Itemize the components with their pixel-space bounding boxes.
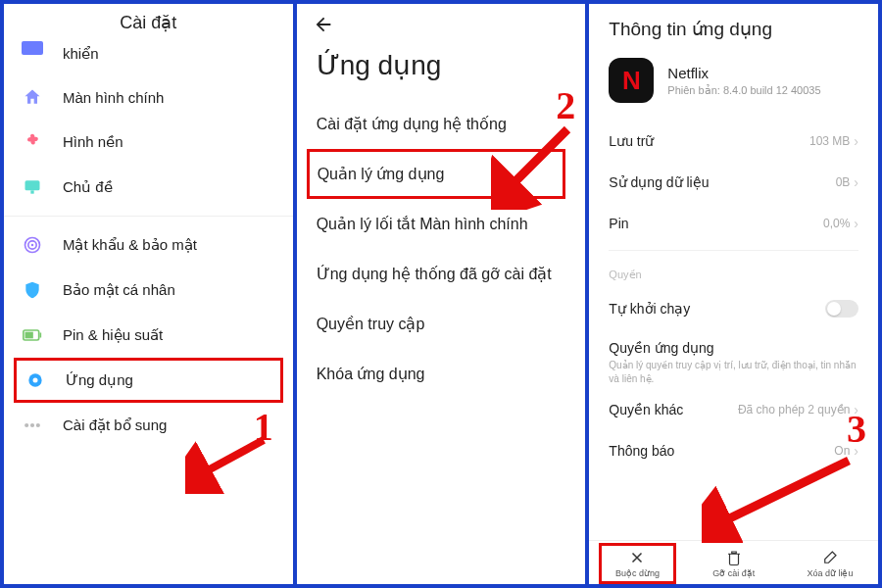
row-label: Quyền khác bbox=[609, 402, 683, 417]
settings-item-battery[interactable]: Pin & hiệu suất bbox=[4, 313, 293, 358]
row-label: Lưu trữ bbox=[609, 133, 654, 149]
svg-point-12 bbox=[30, 423, 34, 427]
item-label: Pin & hiệu suất bbox=[63, 326, 163, 344]
item-label: Chủ đề bbox=[63, 178, 113, 196]
clear-data-button[interactable]: Xóa dữ liệu bbox=[782, 541, 878, 584]
chevron-right-icon: › bbox=[854, 402, 858, 417]
svg-rect-1 bbox=[25, 180, 40, 190]
page-title: Cài đặt bbox=[4, 4, 293, 37]
row-data-usage[interactable]: Sử dụng dữ liệu 0B› bbox=[589, 162, 878, 203]
settings-panel: Cài đặt khiển Màn hình chính Hình nền Ch… bbox=[4, 4, 297, 584]
svg-rect-0 bbox=[22, 41, 43, 55]
row-autostart[interactable]: Tự khởi chạy bbox=[589, 287, 878, 330]
chevron-right-icon: › bbox=[854, 443, 858, 459]
settings-item-privacy[interactable]: Bảo mật cá nhân bbox=[4, 268, 293, 313]
page-title: Ứng dụng bbox=[297, 39, 586, 99]
item-label: Cài đặt bổ sung bbox=[63, 416, 167, 434]
dots-icon bbox=[22, 415, 43, 436]
apps-item-shortcuts[interactable]: Quản lý lối tắt Màn hình chính bbox=[317, 199, 566, 249]
svg-rect-8 bbox=[40, 333, 42, 338]
apps-panel: Ứng dụng Cài đặt ứng dụng hệ thống Quản … bbox=[297, 4, 590, 584]
chevron-right-icon: › bbox=[854, 216, 858, 231]
settings-item-home[interactable]: Màn hình chính bbox=[4, 74, 293, 120]
divider bbox=[4, 216, 293, 217]
app-name: Netflix bbox=[667, 65, 820, 81]
netflix-app-icon: N bbox=[609, 58, 654, 103]
item-label: khiển bbox=[63, 45, 99, 63]
apps-item-manage-apps[interactable]: Quản lý ứng dụng bbox=[307, 149, 566, 199]
brush-icon bbox=[22, 176, 43, 198]
chevron-right-icon: › bbox=[854, 133, 858, 149]
settings-item-security[interactable]: Mật khẩu & bảo mật bbox=[4, 222, 293, 268]
fingerprint-icon bbox=[22, 234, 43, 256]
settings-item-wallpaper[interactable]: Hình nền bbox=[4, 120, 293, 165]
home-icon bbox=[22, 86, 43, 108]
back-button[interactable] bbox=[297, 4, 586, 39]
item-label: Mật khẩu & bảo mật bbox=[63, 236, 197, 254]
chevron-right-icon: › bbox=[854, 174, 858, 190]
app-info-panel: Thông tin ứng dụng N Netflix Phiên bản: … bbox=[589, 4, 878, 584]
svg-rect-7 bbox=[25, 332, 33, 339]
shield-icon bbox=[22, 279, 43, 301]
rectangle-icon bbox=[22, 37, 43, 59]
apps-item-system-settings[interactable]: Cài đặt ứng dụng hệ thống bbox=[317, 99, 566, 149]
row-label: Thông báo bbox=[609, 443, 674, 459]
bottom-action-bar: Buộc dừng Gỡ cài đặt Xóa dữ liệu bbox=[589, 540, 878, 584]
row-storage[interactable]: Lưu trữ 103 MB› bbox=[589, 121, 878, 162]
close-icon bbox=[628, 549, 646, 566]
row-app-permissions[interactable]: Quyền ứng dụng Quản lý quyền truy cập vị… bbox=[589, 330, 878, 389]
uninstall-button[interactable]: Gỡ cài đặt bbox=[686, 541, 782, 584]
item-label: Màn hình chính bbox=[63, 89, 164, 106]
svg-point-5 bbox=[31, 244, 34, 247]
svg-point-10 bbox=[33, 378, 38, 383]
row-label: Pin bbox=[609, 216, 628, 231]
svg-rect-2 bbox=[30, 190, 33, 193]
flower-icon bbox=[22, 131, 43, 153]
settings-item-apps[interactable]: Ứng dụng bbox=[14, 358, 283, 403]
settings-item-control[interactable]: khiển bbox=[4, 41, 293, 74]
row-label: Quyền ứng dụng bbox=[609, 340, 858, 356]
toggle-switch[interactable] bbox=[825, 300, 858, 318]
apps-item-uninstalled[interactable]: Ứng dụng hệ thống đã gỡ cài đặt bbox=[317, 249, 566, 299]
trash-icon bbox=[725, 549, 743, 566]
page-title: Thông tin ứng dụng bbox=[589, 4, 878, 54]
row-label: Tự khởi chạy bbox=[609, 301, 690, 317]
row-battery[interactable]: Pin 0,0%› bbox=[589, 203, 878, 244]
settings-item-additional[interactable]: Cài đặt bổ sung bbox=[4, 403, 293, 448]
row-label: Sử dụng dữ liệu bbox=[609, 174, 709, 190]
row-other-permissions[interactable]: Quyền khác Đã cho phép 2 quyền› bbox=[589, 389, 878, 430]
row-desc: Quản lý quyền truy cập vị trí, lưu trữ, … bbox=[609, 359, 858, 385]
app-header: N Netflix Phiên bản: 8.4.0 build 12 4003… bbox=[589, 54, 878, 121]
force-stop-button[interactable]: Buộc dừng bbox=[589, 541, 685, 584]
item-label: Hình nền bbox=[63, 133, 123, 151]
eraser-icon bbox=[821, 549, 839, 566]
battery-icon bbox=[22, 324, 43, 346]
gear-icon bbox=[24, 369, 46, 391]
svg-point-11 bbox=[24, 423, 28, 427]
section-label: Quyền bbox=[589, 257, 878, 287]
item-label: Ứng dụng bbox=[66, 371, 133, 389]
apps-item-permissions[interactable]: Quyền truy cập bbox=[317, 299, 566, 349]
back-arrow-icon bbox=[313, 14, 334, 35]
divider bbox=[609, 250, 858, 251]
row-notifications[interactable]: Thông báo On› bbox=[589, 430, 878, 471]
apps-item-applock[interactable]: Khóa ứng dụng bbox=[317, 349, 566, 399]
app-version: Phiên bản: 8.4.0 build 12 40035 bbox=[667, 84, 820, 97]
svg-point-13 bbox=[36, 423, 40, 427]
item-label: Bảo mật cá nhân bbox=[63, 281, 175, 299]
settings-item-theme[interactable]: Chủ đề bbox=[4, 165, 293, 210]
